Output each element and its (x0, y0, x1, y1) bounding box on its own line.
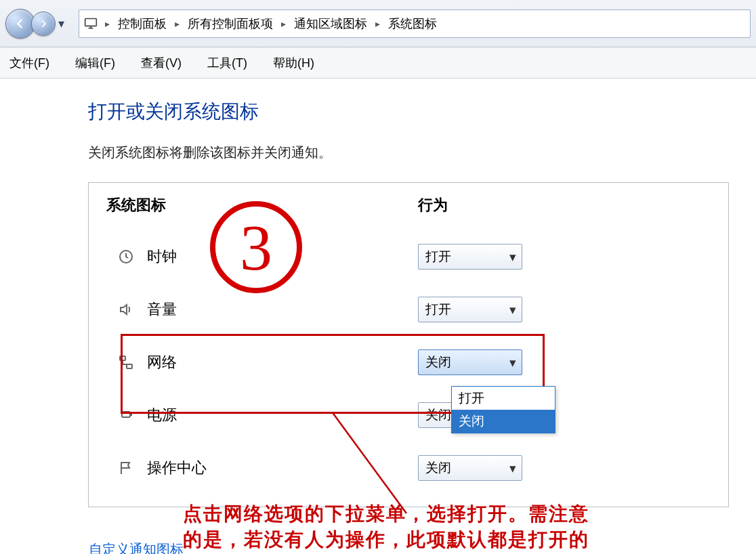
address-bar[interactable]: ▸ 控制面板 ▸ 所有控制面板项 ▸ 通知区域图标 ▸ 系统图标 (79, 9, 751, 38)
menu-help[interactable]: 帮助(H) (269, 52, 318, 74)
clock-behavior-combo[interactable]: 打开 ▾ (418, 244, 522, 270)
chevron-down-icon: ▾ (509, 461, 516, 476)
settings-header: 系统图标 行为 (106, 195, 711, 215)
menu-bar: 文件(F) 编辑(F) 查看(V) 工具(T) 帮助(H) (0, 47, 756, 79)
flag-icon (117, 459, 135, 477)
menu-edit[interactable]: 编辑(F) (71, 52, 119, 74)
power-icon (117, 406, 135, 424)
header-behavior: 行为 (418, 195, 711, 215)
row-label: 网络 (147, 352, 177, 372)
page-description: 关闭系统图标将删除该图标并关闭通知。 (88, 144, 729, 162)
header-system-icons: 系统图标 (106, 195, 418, 215)
row-label: 电源 (147, 405, 177, 425)
nav-buttons: ▾ (5, 9, 66, 39)
combo-value: 打开 (425, 301, 451, 318)
row-clock: 时钟 打开 ▾ (106, 230, 711, 283)
network-dropdown-list[interactable]: 打开 关闭 (451, 386, 555, 433)
row-label: 时钟 (147, 247, 177, 267)
chevron-down-icon: ▾ (509, 302, 516, 318)
volume-behavior-combo[interactable]: 打开 ▾ (418, 297, 522, 322)
breadcrumb-item[interactable]: 系统图标 (387, 14, 438, 33)
chevron-right-icon: ▸ (171, 18, 184, 29)
clock-icon (117, 248, 135, 265)
svg-rect-2 (120, 356, 125, 360)
action-center-behavior-combo[interactable]: 关闭 ▾ (418, 455, 522, 481)
speaker-icon (117, 301, 135, 318)
chevron-down-icon: ▾ (509, 249, 516, 265)
breadcrumb-item[interactable]: 所有控制面板项 (186, 14, 274, 33)
breadcrumb-item[interactable]: 通知区域图标 (293, 14, 369, 33)
chevron-down-icon: ▾ (509, 355, 516, 370)
dropdown-option-open[interactable]: 打开 (452, 387, 555, 410)
row-label: 操作中心 (147, 458, 207, 478)
menu-file[interactable]: 文件(F) (5, 52, 54, 74)
svg-rect-0 (85, 18, 97, 26)
menu-view[interactable]: 查看(V) (137, 52, 186, 74)
settings-panel: 系统图标 行为 时钟 打开 ▾ 音量 (88, 182, 729, 507)
chevron-right-icon: ▸ (101, 18, 114, 29)
row-network: 网络 关闭 ▾ (106, 336, 711, 389)
monitor-icon (83, 17, 98, 30)
breadcrumb-item[interactable]: 控制面板 (117, 14, 168, 33)
row-label: 音量 (147, 299, 177, 320)
chevron-right-icon: ▸ (277, 18, 290, 29)
row-power: 电源 关闭 ▾ (106, 389, 711, 442)
row-volume: 音量 打开 ▾ (106, 283, 711, 336)
customize-icons-link[interactable]: 自定义通知图标 (89, 540, 184, 554)
menu-tools[interactable]: 工具(T) (203, 52, 251, 74)
combo-value: 关闭 (425, 406, 451, 424)
forward-button[interactable] (31, 12, 56, 36)
row-action-center: 操作中心 关闭 ▾ (106, 442, 711, 494)
combo-value: 关闭 (425, 354, 451, 371)
annotation-text: 点击网络选项的下拉菜单，选择打开。需注意 的是，若没有人为操作，此项默认都是打开… (183, 501, 738, 553)
combo-value: 关闭 (425, 459, 451, 477)
content-area: 打开或关闭系统图标 关闭系统图标将删除该图标并关闭通知。 系统图标 行为 时钟 … (0, 79, 756, 507)
dropdown-option-close[interactable]: 关闭 (452, 410, 555, 433)
arrow-left-icon (14, 18, 26, 30)
network-icon (117, 354, 135, 371)
nav-history-dropdown[interactable]: ▾ (56, 12, 66, 36)
svg-rect-4 (122, 412, 130, 417)
page-title: 打开或关闭系统图标 (88, 99, 729, 125)
window-titlebar: ▾ ▸ 控制面板 ▸ 所有控制面板项 ▸ 通知区域图标 ▸ 系统图标 (0, 0, 756, 47)
combo-value: 打开 (425, 248, 451, 265)
network-behavior-combo[interactable]: 关闭 ▾ (418, 349, 522, 375)
arrow-right-icon (39, 19, 48, 28)
chevron-right-icon: ▸ (371, 18, 384, 29)
